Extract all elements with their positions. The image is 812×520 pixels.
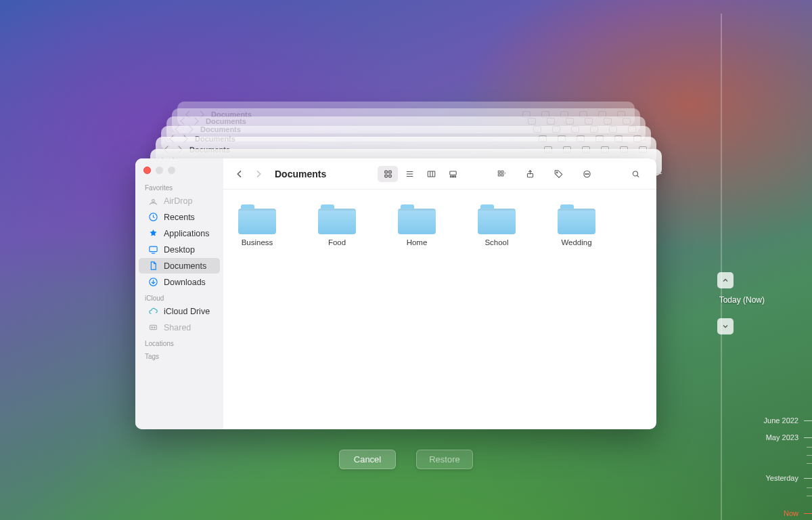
sidebar-item-label: Documents xyxy=(164,261,206,271)
timeline-tick[interactable]: May 2023 xyxy=(761,433,812,441)
cancel-button[interactable]: Cancel xyxy=(339,450,396,469)
minimize-button[interactable] xyxy=(156,167,163,174)
timeline-tick-now[interactable]: Now xyxy=(761,509,812,517)
section-favorites: Favorites xyxy=(135,180,223,193)
svg-rect-7 xyxy=(384,171,387,173)
svg-point-25 xyxy=(587,173,588,174)
svg-rect-18 xyxy=(501,171,503,173)
svg-rect-14 xyxy=(452,175,453,177)
timeline-current-label: Today (Now) xyxy=(719,295,765,305)
sidebar-item-shared[interactable]: Shared xyxy=(139,320,220,335)
shared-icon xyxy=(148,322,158,332)
svg-rect-16 xyxy=(498,171,500,173)
timeline: Today (Now) June 2022 May 2023 Yesterday… xyxy=(717,0,812,520)
sidebar-item-icloud-drive[interactable]: iCloud Drive xyxy=(139,303,220,319)
sidebar-item-label: Applications xyxy=(164,229,209,238)
svg-point-0 xyxy=(152,200,155,202)
svg-rect-10 xyxy=(388,175,391,177)
window-controls xyxy=(135,164,223,180)
svg-point-5 xyxy=(152,327,153,328)
sidebar: Favorites AirDrop Recents Applications D… xyxy=(135,158,223,429)
forward-button[interactable] xyxy=(253,169,264,179)
sidebar-item-label: Downloads xyxy=(164,278,206,287)
tag-button[interactable] xyxy=(548,166,568,182)
list-view-button[interactable] xyxy=(399,166,420,182)
cloud-icon xyxy=(148,306,158,316)
file-grid: Business Food Home School Wedding xyxy=(223,190,656,429)
back-button[interactable] xyxy=(234,169,245,179)
folder-label: Food xyxy=(328,238,346,246)
svg-rect-13 xyxy=(450,175,451,177)
svg-point-26 xyxy=(633,171,637,175)
svg-rect-9 xyxy=(384,175,387,177)
group-by-button[interactable] xyxy=(491,166,512,182)
folder-item[interactable]: Home xyxy=(390,204,444,246)
folder-label: Wedding xyxy=(561,238,591,246)
svg-rect-8 xyxy=(388,171,391,173)
folder-item[interactable]: School xyxy=(470,204,524,246)
desktop-icon xyxy=(148,244,158,255)
svg-point-6 xyxy=(154,327,155,328)
folder-item[interactable]: Wedding xyxy=(549,204,604,246)
clock-icon xyxy=(148,212,158,222)
timeline-tick[interactable]: Yesterday xyxy=(761,474,812,482)
share-button[interactable] xyxy=(520,166,540,182)
timeline-prev-button[interactable] xyxy=(717,272,734,288)
section-tags: Tags xyxy=(135,349,223,362)
sidebar-item-label: Recents xyxy=(164,213,195,222)
folder-icon xyxy=(318,204,356,234)
folder-item[interactable]: Business xyxy=(230,204,284,246)
svg-rect-17 xyxy=(498,174,500,176)
zoom-button[interactable] xyxy=(168,167,175,174)
toolbar: Documents xyxy=(223,158,656,190)
action-bar: Cancel Restore xyxy=(339,450,473,469)
svg-rect-11 xyxy=(428,171,435,176)
sidebar-item-label: Desktop xyxy=(164,245,195,255)
main-pane: Documents Business Food xyxy=(223,158,656,429)
sidebar-item-documents[interactable]: Documents xyxy=(139,258,220,274)
document-icon xyxy=(148,261,158,271)
folder-icon xyxy=(238,204,276,234)
sidebar-item-applications[interactable]: Applications xyxy=(139,225,220,241)
folder-label: Home xyxy=(407,238,428,246)
sidebar-item-label: Shared xyxy=(164,323,191,332)
restore-button[interactable]: Restore xyxy=(416,450,473,469)
column-view-button[interactable] xyxy=(421,166,441,182)
folder-icon xyxy=(478,204,516,234)
sidebar-item-label: iCloud Drive xyxy=(164,307,210,316)
timeline-next-button[interactable] xyxy=(717,318,734,334)
gallery-view-button[interactable] xyxy=(443,166,463,182)
sidebar-item-desktop[interactable]: Desktop xyxy=(139,242,220,257)
svg-rect-19 xyxy=(501,174,503,176)
sidebar-item-label: AirDrop xyxy=(164,196,192,206)
svg-rect-12 xyxy=(449,171,455,174)
icon-view-button[interactable] xyxy=(378,166,398,182)
folder-icon xyxy=(558,204,595,234)
more-actions-button[interactable] xyxy=(577,166,597,182)
svg-point-24 xyxy=(586,173,587,174)
svg-rect-2 xyxy=(150,246,157,252)
sidebar-item-airdrop[interactable]: AirDrop xyxy=(139,193,220,209)
folder-label: School xyxy=(484,238,508,246)
folder-label: Business xyxy=(242,238,273,246)
svg-point-23 xyxy=(585,173,585,174)
svg-point-21 xyxy=(556,171,558,173)
timeline-tick[interactable]: June 2022 xyxy=(761,416,812,425)
finder-window: Favorites AirDrop Recents Applications D… xyxy=(135,158,656,429)
folder-item[interactable]: Food xyxy=(310,204,364,246)
section-locations: Locations xyxy=(135,336,223,349)
section-icloud: iCloud xyxy=(135,290,223,303)
svg-rect-15 xyxy=(454,175,455,177)
applications-icon xyxy=(148,228,158,238)
timeline-rail xyxy=(721,14,722,520)
svg-rect-4 xyxy=(150,325,157,329)
view-switch xyxy=(378,166,463,182)
close-button[interactable] xyxy=(143,167,151,174)
airdrop-icon xyxy=(148,196,158,206)
window-title: Documents xyxy=(275,169,326,179)
sidebar-item-recents[interactable]: Recents xyxy=(139,209,220,225)
folder-icon xyxy=(398,204,436,234)
downloads-icon xyxy=(148,277,158,287)
search-button[interactable] xyxy=(625,166,646,182)
sidebar-item-downloads[interactable]: Downloads xyxy=(139,274,220,290)
